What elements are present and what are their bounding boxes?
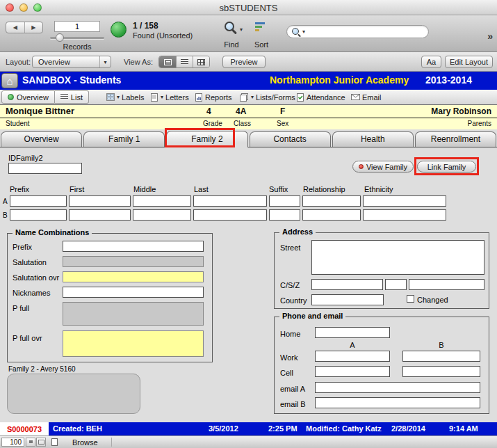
layout-dropdown[interactable]: Overview ▾ (32, 56, 111, 68)
mode-popup[interactable]: Browse (72, 438, 98, 447)
modified-by: Modified: Cathy Katz (306, 424, 382, 433)
cell-phone-b-field[interactable] (402, 366, 480, 377)
record-slider[interactable] (50, 37, 104, 39)
home-phone-field[interactable] (315, 327, 390, 338)
nc-salutation-field[interactable] (63, 256, 204, 267)
record-number-input[interactable] (54, 21, 100, 32)
record-id[interactable]: S0000073 (7, 425, 42, 433)
found-set-pie-icon[interactable] (111, 22, 127, 38)
nav-lists-forms-button[interactable]: ▾ Lists/Forms (238, 90, 298, 104)
table-view-button[interactable] (193, 56, 209, 67)
prefix-a-field[interactable] (10, 195, 67, 207)
relationship-b-field[interactable] (302, 209, 361, 221)
form-view-button[interactable] (159, 56, 176, 67)
find-chevron-down-icon[interactable]: ▾ (240, 26, 243, 33)
country-field[interactable] (311, 294, 384, 305)
zip-field[interactable] (409, 279, 484, 290)
idfamily2-field[interactable] (8, 163, 82, 174)
nav-attendance-button[interactable]: Attendance (295, 90, 348, 104)
nc-salutation-ovr-field[interactable] (63, 271, 204, 282)
state-field[interactable] (385, 279, 407, 290)
name-combinations-title: Name Combinations (13, 228, 92, 237)
find-button[interactable]: Find (220, 40, 243, 49)
chevron-down-icon: ▾ (99, 56, 111, 67)
middle-b-field[interactable] (133, 209, 191, 221)
work-phone-a-field[interactable] (315, 351, 390, 362)
idfamily2-label: IDFamily2 (8, 154, 43, 162)
tab-health[interactable]: Health (332, 131, 414, 147)
ethnicity-b-field[interactable] (363, 209, 446, 221)
zoom-in-icon (38, 440, 44, 445)
cell-phone-a-field[interactable] (315, 366, 390, 377)
nav-reports-button[interactable]: Reports (193, 90, 234, 104)
find-icon[interactable] (225, 22, 234, 31)
nav-letters-button[interactable]: ▾ Letters (149, 90, 191, 104)
email-b-field[interactable] (315, 397, 480, 408)
next-record-icon[interactable]: ▶ (24, 22, 43, 33)
previous-record-icon[interactable]: ◀ (6, 22, 24, 33)
view-family-button[interactable]: View Family (352, 161, 414, 173)
nc-salutation-ovr-label: Salutation ovr (13, 273, 59, 282)
address-group: Address Street C/S/Z Country Changed (274, 232, 489, 309)
view-as-label: View As: (124, 58, 153, 66)
ethnicity-a-field[interactable] (363, 195, 446, 207)
street-field[interactable] (311, 240, 484, 275)
last-a-field[interactable] (193, 195, 267, 207)
more-tools-button[interactable]: » (487, 31, 493, 42)
nav-overview-button[interactable]: Overview (1, 90, 55, 104)
nav-list-button[interactable]: List (55, 90, 89, 104)
sort-button[interactable]: Sort (252, 40, 271, 49)
red-dot-icon (359, 164, 364, 169)
suffix-a-field[interactable] (269, 195, 300, 207)
city-field[interactable] (311, 279, 383, 290)
nav-email-button[interactable]: Email (349, 90, 384, 104)
quick-search[interactable]: ▾ (286, 25, 429, 38)
nav-letters-label: Letters (165, 93, 189, 102)
prefix-b-field[interactable] (10, 209, 67, 221)
overview-icon (8, 94, 14, 100)
nav-labels-button[interactable]: ▾ Labels (104, 90, 146, 104)
record-slider-thumb[interactable] (56, 33, 64, 42)
col-ethnicity: Ethnicity (364, 185, 393, 193)
email-a-field[interactable] (315, 382, 480, 393)
nc-p-full-field[interactable] (63, 302, 204, 326)
home-button[interactable]: ⌂ (1, 73, 18, 88)
modified-date: 2/28/2014 (391, 424, 425, 433)
tab-reenrollment[interactable]: Reenrollment (415, 131, 496, 147)
zoom-in-button[interactable] (36, 438, 46, 447)
tab-overview[interactable]: Overview (1, 131, 82, 147)
nc-nicknames-field[interactable] (63, 287, 204, 298)
student-labels-row: Student Grade Class Sex Parents (0, 118, 497, 129)
list-view-icon (181, 59, 188, 65)
list-view-button[interactable] (176, 56, 193, 67)
search-chevron-down-icon[interactable]: ▾ (302, 29, 305, 35)
nc-prefix-label: Prefix (13, 243, 32, 251)
student-band: Monique Bittner 4 4A F Mary Robinson Stu… (0, 105, 497, 129)
first-a-field[interactable] (69, 195, 131, 207)
changed-checkbox[interactable] (407, 295, 414, 303)
preview-button[interactable]: Preview (222, 56, 266, 68)
middle-a-field[interactable] (133, 195, 191, 207)
sort-icon[interactable] (255, 22, 266, 32)
list-icon (60, 94, 68, 100)
modified-time: 9:14 AM (449, 424, 478, 433)
edit-layout-button[interactable]: Edit Layout (445, 56, 493, 68)
tab-contacts[interactable]: Contacts (250, 131, 331, 147)
work-phone-b-field[interactable] (402, 351, 480, 362)
tab-family-1[interactable]: Family 1 (83, 131, 165, 147)
nc-prefix-field[interactable] (63, 241, 204, 252)
nc-p-full-ovr-field[interactable] (63, 330, 204, 357)
formatting-bar-button[interactable]: Aa (421, 56, 441, 68)
zoom-level-box[interactable]: 100 (1, 438, 24, 447)
window-titlebar: sbSTUDENTS (0, 0, 497, 15)
zoom-out-button[interactable] (26, 438, 35, 447)
relationship-a-field[interactable] (302, 195, 361, 207)
mode-icon (51, 438, 58, 446)
phone-col-b-label: B (402, 341, 480, 349)
suffix-b-field[interactable] (269, 209, 300, 221)
search-input[interactable] (311, 26, 425, 37)
chevron-down-icon: ▾ (251, 94, 254, 100)
layout-dropdown-value: Overview (38, 58, 70, 66)
last-b-field[interactable] (193, 209, 267, 221)
first-b-field[interactable] (69, 209, 131, 221)
